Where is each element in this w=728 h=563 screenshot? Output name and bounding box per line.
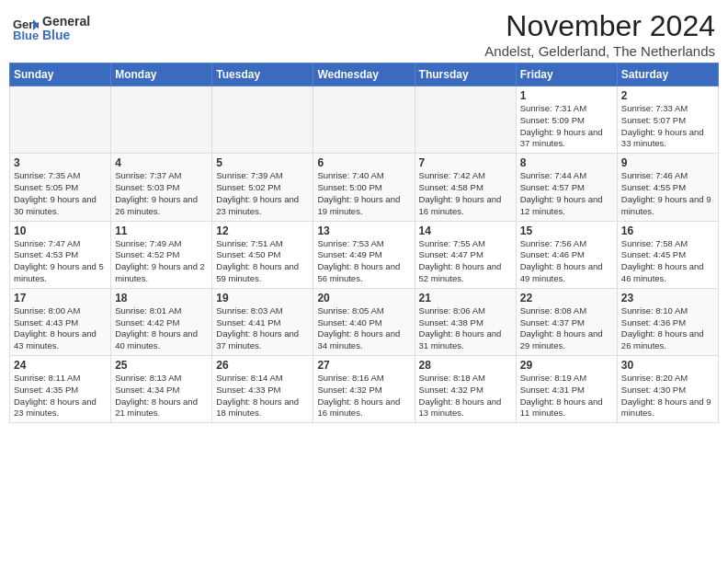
location-subtitle: Andelst, Gelderland, The Netherlands — [484, 43, 715, 59]
day-info: Sunrise: 7:39 AM Sunset: 5:02 PM Dayligh… — [216, 170, 309, 217]
day-number: 28 — [419, 359, 512, 372]
day-number: 25 — [115, 359, 208, 372]
day-info: Sunrise: 7:49 AM Sunset: 4:52 PM Dayligh… — [115, 238, 208, 285]
day-number: 17 — [14, 292, 107, 304]
calendar-table: SundayMondayTuesdayWednesdayThursdayFrid… — [9, 63, 719, 423]
day-number: 23 — [621, 292, 714, 304]
day-number: 7 — [419, 156, 512, 169]
logo-line2: Blue — [42, 29, 90, 42]
day-number: 8 — [520, 156, 613, 169]
calendar-cell: 27Sunrise: 8:16 AM Sunset: 4:32 PM Dayli… — [313, 356, 415, 423]
weekday-header: Tuesday — [212, 63, 313, 86]
day-number: 18 — [115, 292, 208, 304]
calendar-cell: 23Sunrise: 8:10 AM Sunset: 4:36 PM Dayli… — [617, 288, 718, 355]
calendar-cell — [212, 86, 313, 154]
calendar-cell: 10Sunrise: 7:47 AM Sunset: 4:53 PM Dayli… — [10, 221, 111, 288]
calendar-cell: 2Sunrise: 7:33 AM Sunset: 5:07 PM Daylig… — [617, 86, 718, 154]
day-info: Sunrise: 8:11 AM Sunset: 4:35 PM Dayligh… — [14, 373, 107, 419]
day-number: 5 — [216, 156, 309, 169]
weekday-header: Sunday — [10, 63, 111, 86]
logo-line1: General — [42, 15, 90, 29]
day-info: Sunrise: 7:55 AM Sunset: 4:47 PM Dayligh… — [419, 238, 512, 285]
day-number: 14 — [419, 224, 512, 237]
svg-text:Blue: Blue — [13, 29, 39, 41]
day-number: 21 — [419, 292, 512, 304]
calendar-cell: 7Sunrise: 7:42 AM Sunset: 4:58 PM Daylig… — [415, 154, 516, 221]
calendar-cell: 30Sunrise: 8:20 AM Sunset: 4:30 PM Dayli… — [617, 356, 718, 423]
day-number: 4 — [115, 156, 208, 169]
calendar-week-row: 3Sunrise: 7:35 AM Sunset: 5:05 PM Daylig… — [10, 154, 719, 221]
title-area: November 2024 Andelst, Gelderland, The N… — [484, 9, 715, 59]
day-info: Sunrise: 7:42 AM Sunset: 4:58 PM Dayligh… — [419, 170, 512, 217]
calendar-cell: 26Sunrise: 8:14 AM Sunset: 4:33 PM Dayli… — [212, 356, 313, 423]
calendar-cell: 14Sunrise: 7:55 AM Sunset: 4:47 PM Dayli… — [415, 221, 516, 288]
calendar-cell — [415, 86, 516, 154]
calendar-cell: 17Sunrise: 8:00 AM Sunset: 4:43 PM Dayli… — [10, 288, 111, 355]
day-info: Sunrise: 8:00 AM Sunset: 4:43 PM Dayligh… — [14, 305, 107, 352]
calendar-cell — [10, 86, 111, 154]
calendar-cell: 11Sunrise: 7:49 AM Sunset: 4:52 PM Dayli… — [111, 221, 212, 288]
calendar-week-row: 1Sunrise: 7:31 AM Sunset: 5:09 PM Daylig… — [10, 86, 719, 154]
day-info: Sunrise: 7:46 AM Sunset: 4:55 PM Dayligh… — [621, 170, 714, 217]
day-info: Sunrise: 8:16 AM Sunset: 4:32 PM Dayligh… — [317, 373, 410, 419]
calendar-cell: 8Sunrise: 7:44 AM Sunset: 4:57 PM Daylig… — [516, 154, 617, 221]
calendar-header-row: SundayMondayTuesdayWednesdayThursdayFrid… — [10, 63, 719, 86]
calendar-cell: 15Sunrise: 7:56 AM Sunset: 4:46 PM Dayli… — [516, 221, 617, 288]
calendar-cell: 25Sunrise: 8:13 AM Sunset: 4:34 PM Dayli… — [111, 356, 212, 423]
calendar-cell: 24Sunrise: 8:11 AM Sunset: 4:35 PM Dayli… — [10, 356, 111, 423]
calendar-cell: 3Sunrise: 7:35 AM Sunset: 5:05 PM Daylig… — [10, 154, 111, 221]
day-number: 1 — [520, 89, 613, 102]
weekday-header: Saturday — [617, 63, 718, 86]
calendar-cell: 28Sunrise: 8:18 AM Sunset: 4:32 PM Dayli… — [415, 356, 516, 423]
day-number: 29 — [520, 359, 613, 372]
calendar-week-row: 10Sunrise: 7:47 AM Sunset: 4:53 PM Dayli… — [10, 221, 719, 288]
calendar-cell: 4Sunrise: 7:37 AM Sunset: 5:03 PM Daylig… — [111, 154, 212, 221]
calendar-cell — [111, 86, 212, 154]
day-info: Sunrise: 7:56 AM Sunset: 4:46 PM Dayligh… — [520, 238, 613, 285]
logo-icon: General Blue — [13, 16, 39, 41]
calendar-cell: 29Sunrise: 8:19 AM Sunset: 4:31 PM Dayli… — [516, 356, 617, 423]
day-info: Sunrise: 8:05 AM Sunset: 4:40 PM Dayligh… — [317, 305, 410, 352]
day-number: 19 — [216, 292, 309, 304]
day-number: 22 — [520, 292, 613, 304]
day-info: Sunrise: 8:06 AM Sunset: 4:38 PM Dayligh… — [419, 305, 512, 352]
day-info: Sunrise: 8:14 AM Sunset: 4:33 PM Dayligh… — [216, 373, 309, 419]
day-info: Sunrise: 7:58 AM Sunset: 4:45 PM Dayligh… — [621, 238, 714, 285]
weekday-header: Thursday — [415, 63, 516, 86]
day-number: 3 — [14, 156, 107, 169]
day-number: 13 — [317, 224, 410, 237]
day-number: 24 — [14, 359, 107, 372]
day-info: Sunrise: 8:19 AM Sunset: 4:31 PM Dayligh… — [520, 373, 613, 419]
day-number: 6 — [317, 156, 410, 169]
calendar-cell: 22Sunrise: 8:08 AM Sunset: 4:37 PM Dayli… — [516, 288, 617, 355]
calendar-cell: 6Sunrise: 7:40 AM Sunset: 5:00 PM Daylig… — [313, 154, 415, 221]
day-info: Sunrise: 8:03 AM Sunset: 4:41 PM Dayligh… — [216, 305, 309, 352]
day-info: Sunrise: 8:08 AM Sunset: 4:37 PM Dayligh… — [520, 305, 613, 352]
calendar-cell: 5Sunrise: 7:39 AM Sunset: 5:02 PM Daylig… — [212, 154, 313, 221]
day-number: 2 — [621, 89, 714, 102]
day-number: 30 — [621, 359, 714, 372]
day-info: Sunrise: 8:10 AM Sunset: 4:36 PM Dayligh… — [621, 305, 714, 352]
calendar-cell: 12Sunrise: 7:51 AM Sunset: 4:50 PM Dayli… — [212, 221, 313, 288]
day-number: 12 — [216, 224, 309, 237]
weekday-header: Friday — [516, 63, 617, 86]
calendar-cell: 1Sunrise: 7:31 AM Sunset: 5:09 PM Daylig… — [516, 86, 617, 154]
weekday-header: Wednesday — [313, 63, 415, 86]
day-info: Sunrise: 8:01 AM Sunset: 4:42 PM Dayligh… — [115, 305, 208, 352]
day-number: 11 — [115, 224, 208, 237]
logo: General Blue General Blue — [13, 15, 90, 43]
weekday-header: Monday — [111, 63, 212, 86]
day-number: 16 — [621, 224, 714, 237]
calendar-cell: 19Sunrise: 8:03 AM Sunset: 4:41 PM Dayli… — [212, 288, 313, 355]
day-number: 20 — [317, 292, 410, 304]
day-info: Sunrise: 7:53 AM Sunset: 4:49 PM Dayligh… — [317, 238, 410, 285]
day-info: Sunrise: 7:31 AM Sunset: 5:09 PM Dayligh… — [520, 103, 613, 150]
day-number: 10 — [14, 224, 107, 237]
calendar-cell: 16Sunrise: 7:58 AM Sunset: 4:45 PM Dayli… — [617, 221, 718, 288]
day-info: Sunrise: 7:37 AM Sunset: 5:03 PM Dayligh… — [115, 170, 208, 217]
day-info: Sunrise: 8:20 AM Sunset: 4:30 PM Dayligh… — [621, 373, 714, 419]
calendar-week-row: 17Sunrise: 8:00 AM Sunset: 4:43 PM Dayli… — [10, 288, 719, 355]
calendar-cell: 18Sunrise: 8:01 AM Sunset: 4:42 PM Dayli… — [111, 288, 212, 355]
calendar-cell: 13Sunrise: 7:53 AM Sunset: 4:49 PM Dayli… — [313, 221, 415, 288]
calendar-cell: 9Sunrise: 7:46 AM Sunset: 4:55 PM Daylig… — [617, 154, 718, 221]
